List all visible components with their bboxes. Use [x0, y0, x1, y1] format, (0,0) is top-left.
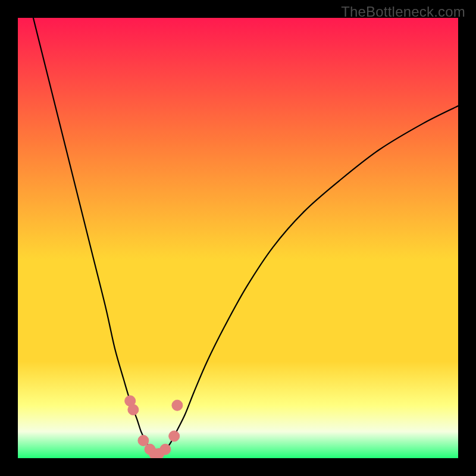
- gradient-rect: [18, 18, 458, 458]
- background-gradient: [18, 18, 458, 458]
- watermark-text: TheBottleneck.com: [341, 4, 465, 20]
- plot-area: [18, 18, 458, 458]
- chart-frame: TheBottleneck.com: [0, 0, 476, 476]
